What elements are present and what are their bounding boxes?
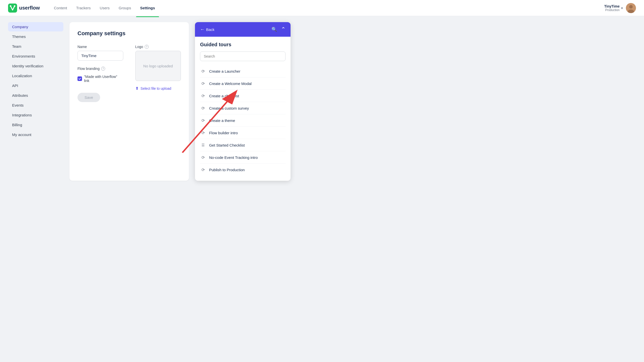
select-file-button[interactable]: ⬆ Select file to upload: [135, 84, 181, 93]
sidebar-item-my-account[interactable]: My account: [8, 130, 63, 139]
name-input[interactable]: [77, 51, 123, 61]
nav-content[interactable]: Content: [50, 4, 71, 12]
content-area: Company settings Name Flow branding ?: [69, 22, 291, 181]
tour-icon-1: ⟳: [200, 80, 206, 86]
name-label: Name: [77, 45, 123, 49]
sidebar-item-localization[interactable]: Localization: [8, 71, 63, 80]
workspace-selector[interactable]: TinyTime Production ▾: [604, 4, 623, 12]
logo-help-icon[interactable]: ?: [145, 45, 149, 49]
nav-groups[interactable]: Groups: [115, 4, 135, 12]
tour-icon-6: ☰: [200, 142, 206, 148]
page-layout: Company Themes Team Environments Identit…: [0, 16, 377, 187]
form-right: Logo ? No logo uploaded ⬆ Select file to…: [135, 45, 181, 102]
sidebar-item-api[interactable]: API: [8, 81, 63, 90]
sidebar-item-billing[interactable]: Billing: [8, 120, 63, 129]
logo-upload-area: No logo uploaded: [135, 51, 181, 81]
upload-icon: ⬆: [135, 86, 139, 91]
chevron-down-icon: ▾: [621, 6, 623, 10]
checkmark-icon: [78, 77, 81, 80]
logo[interactable]: userflow: [8, 4, 40, 13]
sidebar-item-environments[interactable]: Environments: [8, 52, 63, 61]
checkbox-label: "Made with Userflow" link: [84, 75, 123, 83]
nav-trackers[interactable]: Trackers: [72, 4, 95, 12]
tour-icon-2: ⟳: [200, 93, 206, 99]
nav-links: Content Trackers Users Groups Settings: [50, 4, 604, 12]
flow-branding-help-icon[interactable]: ?: [101, 67, 105, 71]
panel-header-actions: 🔍 ⌃: [271, 26, 286, 33]
sidebar-item-team[interactable]: Team: [8, 42, 63, 51]
tour-item-publish-to-production[interactable]: ⟳ Publish to Production: [200, 164, 286, 176]
svg-point-2: [14, 5, 15, 7]
tour-item-create-theme[interactable]: ⟳ Create a theme: [200, 114, 286, 127]
settings-panel: Company settings Name Flow branding ?: [69, 22, 189, 181]
settings-title: Company settings: [77, 30, 181, 37]
nav-right: TinyTime Production ▾: [604, 3, 636, 13]
tour-icon-4: ⟳: [200, 117, 206, 123]
avatar-image: [626, 3, 636, 13]
tour-icon-8: ⟳: [200, 167, 206, 173]
back-button[interactable]: ← Back: [200, 27, 268, 32]
sidebar-item-attributes[interactable]: Attributes: [8, 91, 63, 100]
sidebar-item-identity-verification[interactable]: Identity verification: [8, 61, 63, 71]
panel-title: Guided tours: [200, 42, 286, 48]
svg-point-4: [629, 5, 633, 9]
svg-rect-0: [8, 4, 17, 13]
top-navigation: userflow Content Trackers Users Groups S…: [0, 0, 644, 16]
search-icon[interactable]: 🔍: [271, 27, 277, 32]
sidebar: Company Themes Team Environments Identit…: [8, 22, 63, 181]
svg-point-1: [10, 5, 11, 7]
tour-item-create-welcome-modal[interactable]: ⟳ Create a Welcome Modal: [200, 77, 286, 90]
tour-icon-7: ⟳: [200, 154, 206, 160]
logo-label: Logo ?: [135, 45, 181, 49]
workspace-name: TinyTime Production: [604, 4, 620, 12]
logo-text: userflow: [19, 5, 40, 11]
tour-icon-5: ⟳: [200, 130, 206, 136]
tour-item-create-launcher[interactable]: ⟳ Create a Launcher: [200, 65, 286, 77]
tour-search-input[interactable]: [200, 52, 286, 61]
tour-item-get-started-checklist[interactable]: ☰ Get Started Checklist: [200, 139, 286, 151]
guided-tours-panel: ← Back 🔍 ⌃ Guided tours ⟳ Create a Launc…: [195, 22, 291, 181]
nav-settings[interactable]: Settings: [136, 4, 159, 12]
panel-body: Guided tours ⟳ Create a Launcher ⟳ Creat…: [195, 37, 291, 181]
checkbox-row: "Made with Userflow" link: [77, 75, 123, 83]
sidebar-item-events[interactable]: Events: [8, 101, 63, 110]
flow-branding-label: Flow branding ?: [77, 67, 123, 71]
chevron-up-icon[interactable]: ⌃: [281, 26, 286, 33]
tour-item-flow-builder-intro[interactable]: ⟳ Flow builder intro: [200, 127, 286, 139]
tour-icon-0: ⟳: [200, 68, 206, 74]
avatar[interactable]: [626, 3, 636, 13]
settings-form: Name Flow branding ?: [77, 45, 181, 102]
nav-users[interactable]: Users: [96, 4, 114, 12]
tour-item-create-custom-survey[interactable]: ⟳ Create a custom survey: [200, 102, 286, 114]
flow-branding-checkbox[interactable]: [77, 76, 82, 81]
tour-icon-3: ⟳: [200, 105, 206, 111]
panel-header: ← Back 🔍 ⌃: [195, 22, 291, 37]
sidebar-item-integrations[interactable]: Integrations: [8, 110, 63, 120]
back-arrow-icon: ←: [200, 27, 205, 32]
tour-item-create-checklist[interactable]: ⟳ Create a checklist: [200, 90, 286, 102]
userflow-logo-icon: [8, 4, 17, 13]
sidebar-item-company[interactable]: Company: [8, 22, 63, 31]
form-left: Name Flow branding ?: [77, 45, 123, 102]
save-button[interactable]: Save: [77, 93, 100, 102]
sidebar-item-themes[interactable]: Themes: [8, 32, 63, 41]
tour-item-no-code-event-tracking[interactable]: ⟳ No-code Event Tracking intro: [200, 151, 286, 164]
